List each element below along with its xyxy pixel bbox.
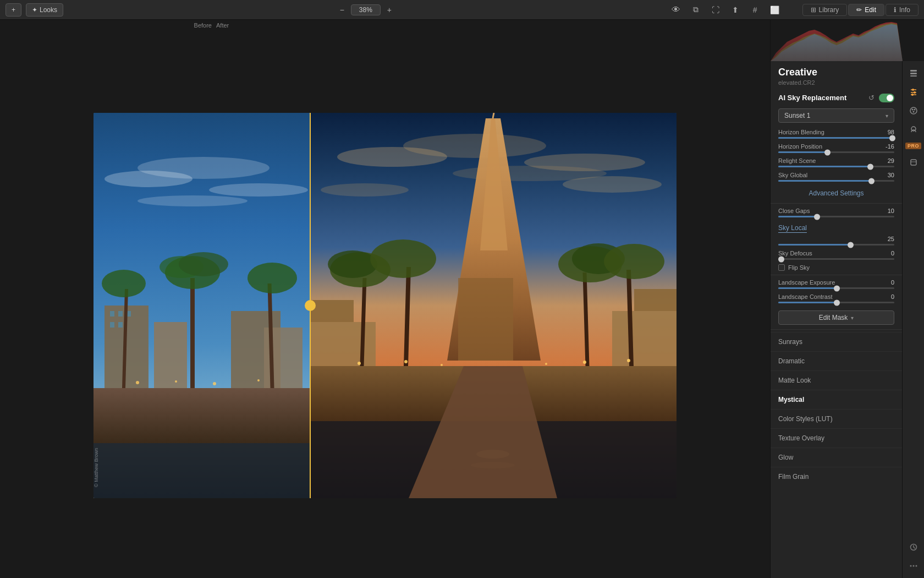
feature-color-styles[interactable]: Color Styles (LUT) <box>771 409 902 428</box>
svg-line-52 <box>629 270 631 366</box>
palette-icon-button[interactable] <box>906 103 921 118</box>
feature-dramatic[interactable]: Dramatic <box>771 351 902 370</box>
crop-button[interactable]: ⛶ <box>708 3 723 17</box>
feature-texture-overlay[interactable]: Texture Overlay <box>771 428 902 448</box>
history-icon <box>909 543 918 552</box>
horizon-position-label: Horizon Position <box>778 143 822 150</box>
tab-library[interactable]: ⊞ Library <box>802 4 848 16</box>
bag-icon-button[interactable] <box>906 155 921 170</box>
edit-mask-arrow-icon: ▾ <box>851 315 854 321</box>
sky-defocus-label: Sky Defocus <box>778 250 812 257</box>
horizon-position-track[interactable] <box>778 151 894 153</box>
tab-edit[interactable]: ✏ Edit <box>848 4 884 16</box>
landscape-exposure-track[interactable] <box>778 287 894 289</box>
after-scene-svg <box>310 113 676 498</box>
history-icon-button[interactable] <box>906 539 921 555</box>
zoom-out-button[interactable]: − <box>334 3 350 17</box>
landscape-exposure-label: Landscape Exposure <box>778 279 835 286</box>
relight-scene-value: 29 <box>881 157 894 164</box>
sky-global-value: 30 <box>881 172 894 178</box>
looks-button[interactable]: ✦ Looks <box>26 3 63 17</box>
export-button[interactable]: ⬆ <box>728 3 743 17</box>
edit-mask-button[interactable]: Edit Mask ▾ <box>778 310 894 325</box>
keyboard-button[interactable]: # <box>747 3 763 17</box>
horizon-blending-track[interactable] <box>778 137 894 139</box>
relight-scene-track[interactable] <box>778 166 894 167</box>
feature-film-grain[interactable]: Film Grain <box>771 467 902 486</box>
split-handle[interactable] <box>305 300 316 311</box>
flip-sky-checkbox[interactable] <box>778 264 785 271</box>
svg-point-24 <box>136 381 139 384</box>
adjustments-icon-button[interactable] <box>906 84 921 100</box>
svg-point-46 <box>328 250 377 278</box>
sunrays-label: Sunrays <box>778 338 802 346</box>
add-button[interactable]: + <box>6 3 21 17</box>
dramatic-label: Dramatic <box>778 357 805 365</box>
svg-rect-66 <box>910 75 917 77</box>
zoom-value[interactable]: 38% <box>351 4 381 15</box>
svg-line-47 <box>406 267 409 366</box>
svg-point-53 <box>604 244 664 279</box>
reset-button[interactable]: ↺ <box>867 92 876 103</box>
svg-point-63 <box>545 363 547 365</box>
panel-content: Creative elevated.CR2 AI Sky Replacement… <box>771 61 902 578</box>
svg-point-76 <box>912 111 914 113</box>
sky-local-row: 25 <box>771 234 902 248</box>
svg-rect-64 <box>910 70 917 72</box>
close-gaps-row: Close Gaps 10 <box>771 206 902 220</box>
preview-button[interactable]: 👁 <box>668 3 684 17</box>
separator-2 <box>771 275 902 275</box>
dropdown-arrow-icon: ▾ <box>886 113 888 119</box>
svg-rect-41 <box>310 300 354 322</box>
svg-point-74 <box>911 109 913 111</box>
advanced-settings-button[interactable]: Advanced Settings <box>809 189 864 197</box>
sky-defocus-row: Sky Defocus 0 <box>771 248 902 263</box>
svg-rect-65 <box>910 73 917 74</box>
zoom-in-button[interactable]: + <box>382 3 397 17</box>
split-image[interactable]: © Matthew Brown <box>94 113 676 498</box>
svg-rect-10 <box>110 311 114 317</box>
sky-toggle[interactable] <box>879 94 894 102</box>
sky-defocus-track[interactable] <box>778 258 894 260</box>
sky-local-value: 25 <box>881 236 894 242</box>
landscape-exposure-value: 0 <box>881 279 894 286</box>
close-gaps-track[interactable] <box>778 216 894 217</box>
svg-point-81 <box>910 565 911 567</box>
sky-preset-dropdown[interactable]: Sunset 1 ▾ <box>778 108 894 123</box>
looks-label: Looks <box>40 6 57 14</box>
svg-point-58 <box>358 362 361 365</box>
sky-local-label-container: Sky Local <box>771 220 902 234</box>
svg-line-21 <box>270 283 272 388</box>
image-after <box>310 113 676 498</box>
face-icon <box>909 125 918 134</box>
fullscreen-button[interactable]: ⬜ <box>767 3 783 17</box>
svg-point-26 <box>213 382 216 385</box>
split-divider[interactable] <box>310 113 311 498</box>
sky-global-track[interactable] <box>778 180 894 182</box>
feature-matte-look[interactable]: Matte Look <box>771 370 902 390</box>
layers-icon-button[interactable] <box>906 66 921 81</box>
face-icon-button[interactable] <box>906 122 921 137</box>
library-icon: ⊞ <box>811 6 816 14</box>
feature-sunrays[interactable]: Sunrays <box>771 332 902 351</box>
section-title: Creative <box>778 67 894 78</box>
edit-icon: ✏ <box>856 6 862 14</box>
separator-1 <box>771 203 902 204</box>
zoom-out-icon: − <box>340 6 344 14</box>
adjustments-icon <box>909 88 918 96</box>
landscape-contrast-track[interactable] <box>778 302 894 303</box>
sky-local-track[interactable] <box>778 244 894 246</box>
matte-look-label: Matte Look <box>778 377 811 384</box>
svg-point-34 <box>563 176 662 193</box>
layers-icon <box>909 69 918 78</box>
feature-mystical[interactable]: Mystical <box>771 390 902 409</box>
more-icon-button[interactable] <box>906 558 921 574</box>
feature-glow[interactable]: Glow <box>771 448 902 467</box>
tab-info[interactable]: ℹ Info <box>886 4 919 16</box>
relight-scene-row: Relight Scene 29 <box>771 156 902 170</box>
image-before: © Matthew Brown <box>94 113 310 498</box>
svg-point-33 <box>321 183 409 197</box>
sky-global-row: Sky Global 30 <box>771 170 902 184</box>
compare-button[interactable]: ⧉ <box>688 3 703 17</box>
close-gaps-value: 10 <box>881 208 894 214</box>
